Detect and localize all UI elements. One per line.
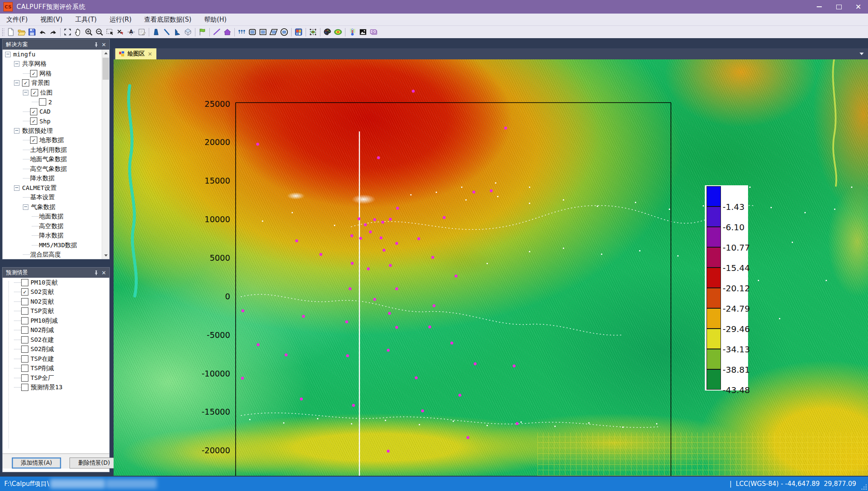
grid-georef-icon[interactable]: [308, 27, 318, 37]
scenario-item[interactable]: TSP在建: [3, 354, 109, 364]
collapse-icon[interactable]: [14, 128, 19, 134]
pin-icon[interactable]: [92, 269, 100, 276]
tree-item[interactable]: 气象数据: [3, 202, 102, 212]
tree-item[interactable]: CALMET设置: [3, 183, 102, 193]
delete-point-icon[interactable]: [115, 27, 126, 37]
tree-item[interactable]: 土地利用数据: [3, 145, 102, 155]
tree-item[interactable]: ✓Shp: [3, 117, 102, 126]
colorful-save-icon[interactable]: [293, 27, 304, 37]
tab-close-icon[interactable]: ✕: [148, 51, 153, 57]
checkbox[interactable]: ✓: [30, 117, 37, 125]
panel-close-icon[interactable]: ✕: [100, 41, 108, 48]
menu-item[interactable]: 查看底层数据(S): [138, 14, 198, 25]
checkbox[interactable]: [21, 298, 28, 305]
cube-3d-icon[interactable]: [183, 27, 193, 37]
text-label-icon[interactable]: A: [126, 27, 136, 37]
menu-item[interactable]: 帮助(H): [198, 14, 233, 25]
area-source-icon[interactable]: [151, 27, 161, 37]
page-setup-icon[interactable]: [136, 27, 147, 37]
menu-item[interactable]: 运行(R): [103, 14, 138, 25]
scrollbar-thumb[interactable]: [103, 58, 109, 80]
close-button[interactable]: ✕: [849, 0, 868, 14]
tree-item[interactable]: ✓地形数据: [3, 136, 102, 145]
scroll-up-icon[interactable]: [102, 50, 109, 57]
pan-hand-icon[interactable]: [73, 27, 83, 37]
collapse-icon[interactable]: [14, 80, 19, 86]
maximize-button[interactable]: [829, 0, 849, 14]
grid-rect-icon[interactable]: [258, 27, 268, 37]
fit-extent-icon[interactable]: [62, 27, 73, 37]
tree-item[interactable]: 混合层高度: [3, 250, 102, 259]
tree-item[interactable]: MM5/M3D数据: [3, 240, 102, 250]
camera-icon[interactable]: [368, 27, 379, 37]
house-icon[interactable]: [222, 27, 233, 37]
scenario-item[interactable]: SO2在建: [3, 335, 109, 345]
solution-tree-scrollbar[interactable]: [102, 50, 109, 259]
resize-grip[interactable]: [861, 484, 867, 490]
select-rect-icon[interactable]: [105, 27, 115, 37]
tree-item[interactable]: 2: [3, 98, 102, 107]
flag-icon[interactable]: [197, 27, 208, 37]
menu-item[interactable]: 工具(T): [69, 14, 103, 25]
panel-close-icon[interactable]: ✕: [100, 269, 108, 276]
open-folder-icon[interactable]: [16, 27, 27, 37]
tree-item[interactable]: 降水数据: [3, 231, 102, 241]
measure-line-icon[interactable]: [211, 27, 222, 37]
scenario-item[interactable]: NO2贡献: [3, 297, 109, 307]
collapse-icon[interactable]: [23, 90, 28, 95]
tree-item[interactable]: 降水数据: [3, 174, 102, 184]
scenario-item[interactable]: TSP全厂: [3, 373, 109, 383]
grid-circle-icon[interactable]: [279, 27, 289, 37]
checkbox[interactable]: [21, 355, 28, 363]
thermometer-icon[interactable]: [347, 27, 358, 37]
checkbox[interactable]: [21, 374, 28, 382]
add-scenario-button[interactable]: 添加情景(A): [12, 458, 61, 469]
menu-item[interactable]: 视图(V): [34, 14, 69, 25]
checkbox[interactable]: [21, 384, 28, 391]
scenario-item[interactable]: PM10贡献: [3, 278, 109, 287]
tree-item[interactable]: 地面气象数据: [3, 155, 102, 165]
scenario-item[interactable]: ✓SO2贡献: [3, 287, 109, 297]
tree-item[interactable]: 高空气象数据: [3, 164, 102, 174]
tree-item[interactable]: 数据预处理: [3, 126, 102, 136]
save-icon[interactable]: [27, 27, 37, 37]
collapse-icon[interactable]: [23, 204, 28, 210]
scenario-item[interactable]: TSP削减: [3, 364, 109, 374]
collapse-icon[interactable]: [5, 52, 11, 57]
grid-slant-icon[interactable]: [268, 27, 279, 37]
tree-item[interactable]: ✓位图: [3, 88, 102, 98]
checkbox[interactable]: ✓: [30, 70, 37, 77]
scenario-item[interactable]: PM10削减: [3, 316, 109, 326]
tree-item[interactable]: 基本设置: [3, 193, 102, 203]
contour-rings-icon[interactable]: [333, 27, 343, 37]
scenario-item[interactable]: TSP贡献: [3, 307, 109, 316]
line-source-icon[interactable]: [161, 27, 172, 37]
grid-rounded-icon[interactable]: [247, 27, 258, 37]
tree-item[interactable]: mingfu: [3, 50, 102, 59]
checkbox[interactable]: ✓: [22, 79, 29, 86]
collapse-icon[interactable]: [14, 185, 19, 191]
tree-item[interactable]: ✓网格: [3, 69, 102, 78]
new-document-icon[interactable]: [6, 27, 16, 37]
toolbar-grip[interactable]: [2, 28, 4, 36]
menu-item[interactable]: 文件(F): [0, 14, 34, 25]
tree-item[interactable]: ✓背景图: [3, 78, 102, 88]
checkbox[interactable]: [21, 326, 28, 334]
checkbox[interactable]: [21, 346, 28, 353]
checkbox[interactable]: [21, 279, 28, 286]
checkbox[interactable]: ✓: [30, 108, 37, 115]
pin-icon[interactable]: [92, 41, 100, 48]
checkbox[interactable]: [21, 317, 28, 324]
tree-item[interactable]: 地面数据: [3, 212, 102, 222]
scenario-item[interactable]: SO2削减: [3, 345, 109, 354]
image-adjust-icon[interactable]: [358, 27, 368, 37]
checkbox[interactable]: [39, 98, 46, 106]
delete-scenario-button[interactable]: 删除情景(D): [70, 458, 119, 469]
undo-icon[interactable]: [37, 27, 48, 37]
checkbox[interactable]: ✓: [31, 89, 38, 96]
tree-item[interactable]: 高空数据: [3, 221, 102, 231]
scenario-item[interactable]: NO2削减: [3, 326, 109, 335]
tab-list-dropdown-icon[interactable]: [860, 53, 864, 55]
minimize-button[interactable]: [810, 0, 829, 14]
zoom-out-icon[interactable]: [94, 27, 105, 37]
